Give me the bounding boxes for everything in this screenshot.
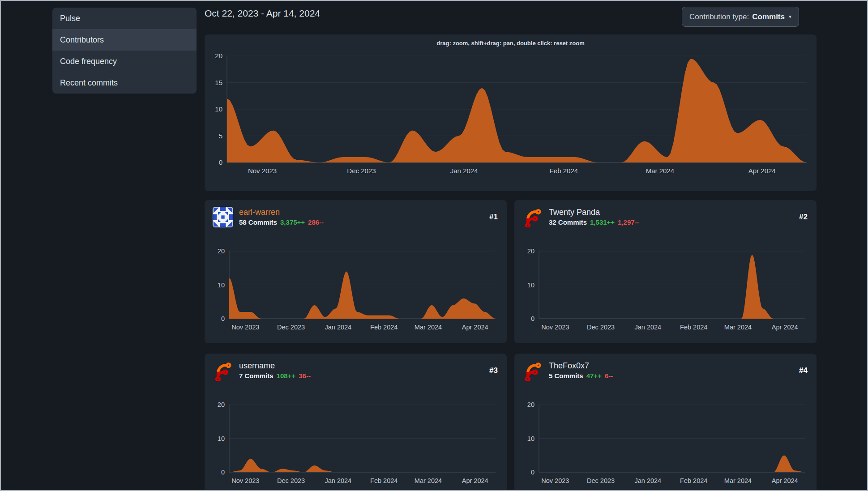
additions-count: 1,531++: [590, 218, 615, 226]
contributor-card-1: earl-warren 58 Commits3,375++286-- #1 01…: [205, 200, 507, 343]
contributor-commits-area-chart[interactable]: 01020Nov 2023Dec 2023Jan 2024Feb 2024Mar…: [514, 234, 817, 343]
svg-text:Dec 2023: Dec 2023: [277, 477, 305, 484]
svg-text:0: 0: [531, 315, 534, 322]
svg-text:Dec 2023: Dec 2023: [347, 167, 376, 175]
activity-sidebar: Pulse Contributors Code frequency Recent…: [52, 8, 197, 94]
svg-text:Jan 2024: Jan 2024: [325, 324, 352, 331]
svg-text:20: 20: [218, 248, 225, 255]
deletions-count: 6--: [605, 372, 613, 380]
rank-badge: #2: [799, 213, 808, 222]
sidebar-item-pulse[interactable]: Pulse: [52, 8, 197, 29]
sidebar-item-code-frequency[interactable]: Code frequency: [52, 51, 197, 72]
overall-commits-area-chart[interactable]: 05101520Nov 2023Dec 2023Jan 2024Feb 2024…: [205, 49, 817, 188]
forgejo-logo-avatar: [213, 360, 233, 381]
additions-count: 3,375++: [280, 218, 305, 226]
svg-text:Dec 2023: Dec 2023: [587, 324, 615, 331]
deletions-count: 36--: [299, 372, 311, 380]
svg-text:Apr 2024: Apr 2024: [462, 477, 488, 484]
contributor-card-3: username 7 Commits108++36-- #3 01020Nov …: [205, 354, 507, 491]
svg-text:20: 20: [527, 248, 534, 255]
contributor-name-link[interactable]: earl-warren: [239, 208, 324, 217]
svg-text:Jan 2024: Jan 2024: [450, 167, 478, 175]
contribution-type-label: Contribution type:: [689, 13, 749, 21]
svg-text:10: 10: [218, 282, 225, 289]
rank-badge: #4: [799, 366, 808, 375]
commit-count: 58 Commits: [239, 218, 277, 226]
svg-text:20: 20: [527, 401, 534, 408]
svg-text:Nov 2023: Nov 2023: [231, 477, 259, 484]
svg-text:Feb 2024: Feb 2024: [680, 477, 707, 484]
forgejo-logo-avatar: [522, 207, 543, 227]
deletions-count: 286--: [308, 218, 324, 226]
svg-text:Nov 2023: Nov 2023: [248, 167, 277, 175]
contributor-card-4: TheFox0x7 5 Commits47++6-- #4 01020Nov 2…: [514, 354, 817, 491]
contributor-stats: 5 Commits47++6--: [549, 372, 613, 380]
contributor-header: TheFox0x7 5 Commits47++6-- #4: [514, 354, 817, 388]
svg-text:Nov 2023: Nov 2023: [231, 324, 259, 331]
svg-text:Nov 2023: Nov 2023: [541, 324, 569, 331]
additions-count: 47++: [586, 372, 602, 380]
commit-count: 7 Commits: [239, 372, 274, 380]
contributor-name: TheFox0x7: [549, 362, 613, 371]
svg-text:10: 10: [215, 105, 222, 113]
date-range-title: Oct 22, 2023 - Apr 14, 2024: [205, 8, 320, 19]
commit-count: 32 Commits: [549, 218, 587, 226]
svg-text:Nov 2023: Nov 2023: [541, 477, 569, 484]
contributor-header: username 7 Commits108++36-- #3: [205, 354, 507, 388]
svg-text:Mar 2024: Mar 2024: [646, 167, 674, 175]
svg-text:15: 15: [215, 79, 222, 86]
svg-text:Mar 2024: Mar 2024: [415, 477, 442, 484]
contributor-stats: 7 Commits108++36--: [239, 372, 311, 380]
svg-text:10: 10: [527, 282, 534, 289]
svg-text:Feb 2024: Feb 2024: [550, 167, 578, 175]
svg-text:Feb 2024: Feb 2024: [370, 324, 398, 331]
svg-text:Apr 2024: Apr 2024: [772, 477, 798, 484]
svg-text:0: 0: [221, 315, 225, 322]
svg-text:20: 20: [215, 52, 222, 60]
svg-text:Apr 2024: Apr 2024: [748, 167, 776, 175]
svg-text:0: 0: [221, 469, 225, 476]
contributor-header: Twenty Panda 32 Commits1,531++1,297-- #2: [514, 200, 817, 234]
contributor-commits-area-chart[interactable]: 01020Nov 2023Dec 2023Jan 2024Feb 2024Mar…: [205, 234, 507, 343]
svg-text:Jan 2024: Jan 2024: [325, 477, 352, 484]
svg-text:Mar 2024: Mar 2024: [415, 324, 442, 331]
svg-text:Apr 2024: Apr 2024: [462, 324, 488, 331]
chevron-down-icon: ▾: [789, 13, 791, 20]
forgejo-logo-avatar: [522, 360, 543, 381]
additions-count: 108++: [277, 372, 296, 380]
svg-text:Dec 2023: Dec 2023: [587, 477, 615, 484]
svg-text:Feb 2024: Feb 2024: [370, 477, 398, 484]
svg-text:20: 20: [218, 401, 225, 408]
svg-text:10: 10: [527, 435, 534, 442]
repo-activity-page: Pulse Contributors Code frequency Recent…: [0, 0, 868, 491]
contributor-commits-area-chart[interactable]: 01020Nov 2023Dec 2023Jan 2024Feb 2024Mar…: [205, 388, 507, 491]
contributor-name: username: [239, 362, 311, 371]
svg-text:0: 0: [219, 158, 222, 166]
contributor-stats: 32 Commits1,531++1,297--: [549, 218, 639, 226]
rank-badge: #1: [489, 213, 498, 222]
svg-text:Mar 2024: Mar 2024: [724, 477, 752, 484]
svg-text:Dec 2023: Dec 2023: [277, 324, 305, 331]
overall-commits-chart-card: drag: zoom, shift+drag: pan, double clic…: [205, 34, 817, 191]
avatar[interactable]: [213, 207, 233, 227]
contributor-name: Twenty Panda: [549, 208, 639, 217]
contribution-type-value: Commits: [752, 13, 785, 21]
svg-text:0: 0: [531, 469, 534, 476]
deletions-count: 1,297--: [618, 218, 639, 226]
svg-text:Feb 2024: Feb 2024: [680, 324, 707, 331]
commit-count: 5 Commits: [549, 372, 583, 380]
contributor-commits-area-chart[interactable]: 01020Nov 2023Dec 2023Jan 2024Feb 2024Mar…: [514, 388, 817, 491]
svg-text:Mar 2024: Mar 2024: [724, 324, 752, 331]
sidebar-item-recent-commits[interactable]: Recent commits: [52, 72, 197, 94]
contribution-type-dropdown[interactable]: Contribution type: Commits ▾: [682, 7, 799, 27]
contributor-stats: 58 Commits3,375++286--: [239, 218, 324, 226]
zoom-hint: drag: zoom, shift+drag: pan, double clic…: [205, 34, 817, 49]
svg-text:Jan 2024: Jan 2024: [635, 477, 662, 484]
contributor-card-2: Twenty Panda 32 Commits1,531++1,297-- #2…: [514, 200, 817, 343]
svg-text:5: 5: [219, 132, 222, 140]
rank-badge: #3: [489, 366, 498, 375]
sidebar-item-contributors[interactable]: Contributors: [52, 29, 197, 51]
svg-text:10: 10: [218, 435, 225, 442]
contributor-header: earl-warren 58 Commits3,375++286-- #1: [205, 200, 507, 234]
svg-text:Apr 2024: Apr 2024: [772, 324, 798, 331]
